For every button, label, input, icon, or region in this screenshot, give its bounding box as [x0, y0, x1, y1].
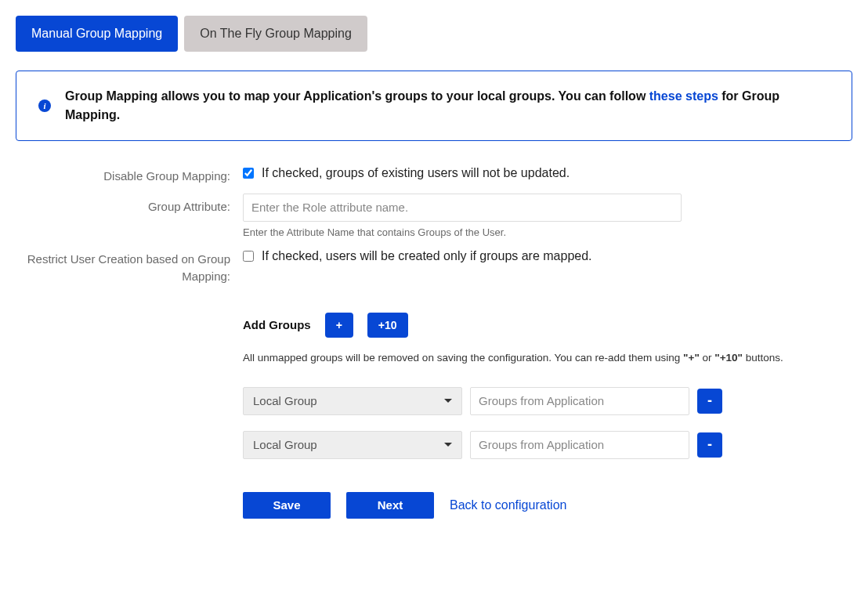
remove-group-row-button[interactable]: - — [697, 389, 722, 414]
info-text: Group Mapping allows you to map your App… — [65, 87, 830, 125]
tab-manual-group-mapping[interactable]: Manual Group Mapping — [16, 16, 178, 52]
add-one-group-button[interactable]: + — [325, 313, 353, 338]
heading-add-groups: Add Groups — [243, 318, 311, 331]
info-banner: i Group Mapping allows you to map your A… — [16, 71, 852, 141]
group-mapping-row: Local Group - — [243, 431, 852, 459]
checkbox-disable-group-mapping-label: If checked, groups of existing users wil… — [262, 166, 570, 180]
label-restrict-user-creation: Restrict User Creation based on Group Ma… — [16, 246, 243, 286]
checkbox-restrict-user-creation-label: If checked, users will be created only i… — [262, 249, 592, 263]
next-button[interactable]: Next — [346, 492, 434, 519]
info-steps-link[interactable]: these steps — [649, 89, 718, 103]
chevron-down-icon — [444, 399, 452, 403]
group-mapping-rows: Local Group - Local Group - — [243, 387, 852, 459]
label-group-attribute: Group Attribute: — [16, 194, 243, 216]
form-area: Disable Group Mapping: If checked, group… — [16, 163, 852, 519]
local-group-select[interactable]: Local Group — [243, 431, 462, 459]
info-icon: i — [38, 100, 51, 112]
info-text-before: Group Mapping allows you to map your App… — [65, 89, 649, 103]
remove-group-row-button[interactable]: - — [697, 432, 722, 458]
local-group-select-label: Local Group — [253, 438, 317, 451]
checkbox-restrict-user-creation[interactable] — [243, 251, 254, 262]
row-restrict-user-creation: Restrict User Creation based on Group Ma… — [16, 246, 852, 286]
chevron-down-icon — [444, 443, 452, 447]
row-add-groups: Add Groups + +10 All unmapped groups wil… — [16, 294, 852, 519]
help-group-attribute: Enter the Attribute Name that contains G… — [243, 226, 852, 238]
save-button[interactable]: Save — [243, 492, 331, 519]
add-groups-instruction: All unmapped groups will be removed on s… — [243, 352, 852, 364]
add-ten-groups-button[interactable]: +10 — [367, 313, 408, 338]
local-group-select[interactable]: Local Group — [243, 387, 462, 415]
label-disable-group-mapping: Disable Group Mapping: — [16, 163, 243, 186]
row-group-attribute: Group Attribute: Enter the Attribute Nam… — [16, 194, 852, 238]
action-row: Save Next Back to configuration — [243, 492, 852, 519]
application-group-input[interactable] — [470, 387, 689, 415]
row-disable-group-mapping: Disable Group Mapping: If checked, group… — [16, 163, 852, 186]
checkbox-disable-group-mapping[interactable] — [243, 168, 254, 179]
application-group-input[interactable] — [470, 431, 689, 459]
input-group-attribute[interactable] — [243, 194, 682, 222]
local-group-select-label: Local Group — [253, 394, 317, 407]
back-to-configuration-link[interactable]: Back to configuration — [450, 498, 566, 512]
tab-bar: Manual Group Mapping On The Fly Group Ma… — [16, 16, 852, 52]
group-mapping-row: Local Group - — [243, 387, 852, 415]
tab-on-the-fly-group-mapping[interactable]: On The Fly Group Mapping — [184, 16, 367, 52]
